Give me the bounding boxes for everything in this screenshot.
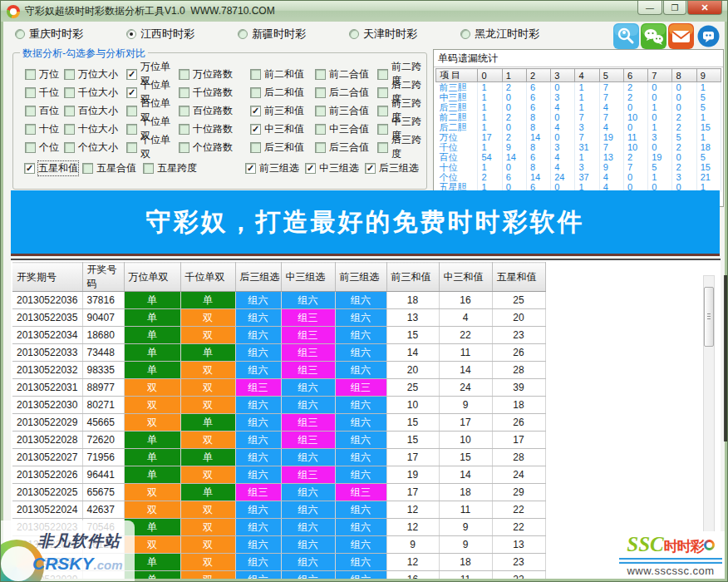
minimize-button[interactable]: — [637,1,662,15]
checkbox-百位大小[interactable]: 百位大小 [64,104,126,118]
checkbox-box-icon [250,69,261,80]
checkbox-千位大小[interactable]: 千位大小 [64,86,126,100]
messenger-icon[interactable] [696,23,721,49]
table-row[interactable]: 2013052203637816单单组六组六组六181625 [12,292,545,309]
checkbox-前三和值[interactable]: ✓前三和值 [250,104,315,118]
table-row[interactable]: 2013052203298335单双组六组三组六201428 [12,362,545,379]
table-row[interactable]: 2013052203188977双双组三组六组三252439 [12,379,545,397]
omission-col-header: 0 [478,69,502,82]
checkbox-千位路数[interactable]: 千位路数 [179,86,250,100]
table-row[interactable]: 2013052202771956单单组六组六组六171528 [12,449,545,466]
checkbox-后二和值[interactable]: 后二和值 [250,86,315,100]
checkbox-千位[interactable]: 千位 [25,86,64,100]
checkbox-label: 前三和值 [264,104,304,118]
checkbox-box-icon [25,69,36,80]
checkbox-后二合值[interactable]: 后二合值 [315,86,377,100]
lottery-tab[interactable]: 江西时时彩 [126,27,194,42]
qq-search-icon[interactable] [613,23,639,49]
checkbox-十位[interactable]: 十位 [25,122,64,136]
checkbox-万位[interactable]: 万位 [25,67,64,81]
checkbox-十位大小[interactable]: 十位大小 [64,122,126,136]
checkbox-五星跨度[interactable]: 五星跨度 [143,161,197,175]
checkbox-后三和值[interactable]: 后三和值 [250,141,315,155]
omission-col-header: 7 [648,69,672,82]
checkbox-前二合值[interactable]: 前二合值 [315,67,377,81]
results-col-header[interactable]: 中三组选 [281,263,335,292]
result-cell: 13 [386,309,439,327]
radio-icon [15,29,25,39]
omission-value: 3 [551,92,575,102]
table-row[interactable]: 2013052202945665双单组六组三组六151726 [12,414,545,432]
results-col-header[interactable]: 千位单双 [180,263,235,292]
results-col-header[interactable]: 前三和值 [386,263,439,292]
lottery-tab[interactable]: 新疆时时彩 [238,27,306,42]
checkbox-中三和值[interactable]: ✓中三和值 [250,122,315,136]
omission-value: 7 [599,112,623,122]
scrollbar-thumb[interactable] [704,287,714,347]
table-row[interactable]: 2013052203373448单单组六组三组六141126 [12,344,545,362]
checkbox-五星合值[interactable]: 五星合值 [82,161,136,175]
maximize-button[interactable]: ❐ [663,1,686,15]
results-col-header[interactable]: 后三组选 [235,263,281,292]
table-row[interactable]: 2013052203080271双双组六组六组六10918 [12,397,545,414]
result-cell: 9 [439,536,492,554]
lottery-tab[interactable]: 天津时时彩 [349,27,417,42]
omission-row: 千位1983317100218 [436,142,721,152]
wechat-icon[interactable] [641,23,667,49]
lottery-tab[interactable]: 重庆时时彩 [15,27,83,42]
mail-icon[interactable] [668,23,694,49]
checkbox-万位路数[interactable]: 万位路数 [179,67,250,81]
result-cell: 单 [124,432,180,449]
checkbox-box-icon [315,142,326,153]
checkbox-前三组选[interactable]: ✓前三组选 [245,161,299,175]
omission-value: 4 [599,122,623,132]
result-cell: 单 [180,484,235,501]
results-col-header[interactable]: 万位单双 [124,263,180,292]
table-row[interactable]: 2013052202696441单双组六组三组六191424 [12,466,545,484]
omission-col-header: 8 [672,69,696,82]
checkbox-个位[interactable]: 个位 [25,141,64,155]
omission-value: 2 [672,162,696,172]
omission-row: 万位17214071911351 [436,132,721,142]
results-col-header[interactable]: 前三组选 [335,263,386,292]
omission-row: 前二胆12807710021 [436,112,721,122]
checkbox-后三跨度[interactable]: 后三跨度 [377,133,429,161]
result-cell: 20130522033 [12,344,82,362]
checkbox-后三合值[interactable]: 后三合值 [315,141,377,155]
results-col-header[interactable]: 五星和值 [492,263,545,292]
checkbox-五星和值[interactable]: ✓五星和值 [24,161,78,175]
checkbox-个位单双[interactable]: 个位单双 [126,133,179,161]
checkbox-box-icon [179,142,189,153]
checkbox-中三组选[interactable]: ✓中三组选 [305,161,359,175]
table-row[interactable]: 2013052202565675双单组三组六组三171829 [12,484,545,501]
table-row[interactable]: 2013052203418680单双组六组三组六152223 [12,327,545,344]
table-row[interactable]: 2013052202442637双双组六组六组六121122 [12,501,545,519]
result-cell: 19 [386,466,439,484]
omission-value: 3 [551,142,575,152]
lottery-tab[interactable]: 黑龙江时时彩 [460,27,539,42]
close-button[interactable]: ✕ [687,1,722,15]
checkbox-百位[interactable]: 百位 [25,104,64,118]
checkbox-box-icon [250,87,261,98]
checkbox-个位大小[interactable]: 个位大小 [64,141,126,155]
results-col-header[interactable]: 开奖期号 [12,263,82,292]
checkbox-前二和值[interactable]: 前二和值 [250,67,315,81]
result-cell: 11 [439,344,492,362]
checkbox-十位路数[interactable]: 十位路数 [179,122,250,136]
checkbox-label: 万位路数 [193,67,233,81]
checkbox-个位路数[interactable]: 个位路数 [179,141,250,155]
result-cell: 组六 [281,536,335,554]
table-row[interactable]: 2013052203590407单双组六组三组六13420 [12,309,545,327]
checkbox-后三组选[interactable]: ✓后三组选 [365,161,419,175]
checkbox-百位路数[interactable]: 百位路数 [179,104,250,118]
checkbox-前三合值[interactable]: 前三合值 [315,104,377,118]
result-cell: 组六 [281,571,335,580]
ad-banner[interactable]: 守彩奴，打造最好的免费时时彩软件 [11,190,720,256]
results-col-header[interactable]: 中三和值 [439,263,492,292]
checkbox-万位大小[interactable]: 万位大小 [64,67,126,81]
results-col-header[interactable]: 开奖号码 [82,263,124,292]
table-row[interactable]: 2013052202872620单双组六组三组六151017 [12,432,545,449]
omission-value: 0 [551,112,575,122]
omission-value: 0 [623,102,647,112]
checkbox-中三合值[interactable]: 中三合值 [315,122,377,136]
